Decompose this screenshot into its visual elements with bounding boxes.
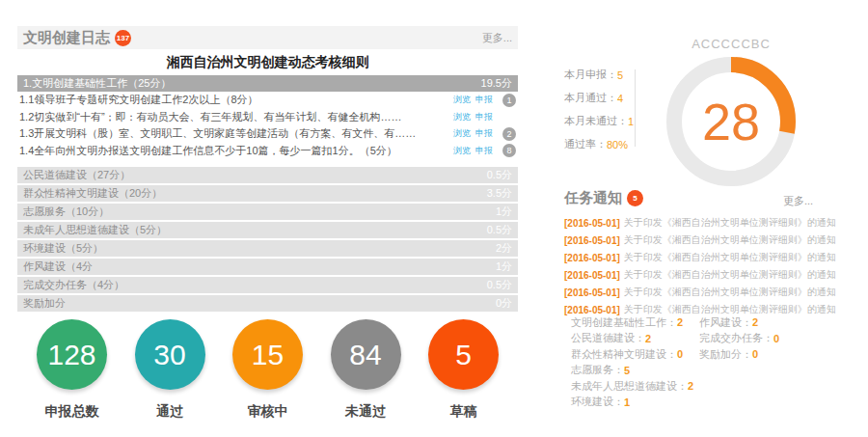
apply-link[interactable]: 申报 xyxy=(475,145,493,157)
sub-item-row: 1.1领导班子专题研究文明创建工作2次以上（8分） 浏览 申报 1 xyxy=(17,92,518,109)
status-not-passed: 84 未通过 xyxy=(322,319,409,421)
category-row-volunteer[interactable]: 志愿服务（10分） 1分 xyxy=(17,204,518,220)
notice-date: [2016-05-01] xyxy=(564,253,620,263)
notice-text: 关于印发《湘西自治州文明单位测评细则》的通知 xyxy=(624,286,836,299)
monthly-metrics: 本月申报： 5 本月通过： 4 本月未通过： 1 通过率： 80% xyxy=(564,68,634,151)
status-circle: 84 xyxy=(331,319,401,390)
sub-item-row: 1.2切实做到“十有”；即：有动员大会、有三年规划、有当年计划、有健全机构…… … xyxy=(17,109,518,126)
status-circle: 15 xyxy=(232,319,303,390)
category-row-work-style[interactable]: 作风建设（4分 1分 xyxy=(17,259,518,275)
category-label: 未成年人思想道德建设（5分） xyxy=(23,223,167,237)
main-category-score: 19.5分 xyxy=(481,76,512,91)
status-circle: 5 xyxy=(428,319,499,390)
sub-item-row: 1.3开展文明科（股）室、文明职工、文明家庭等创建活动（有方案、有文件、有…… … xyxy=(17,125,518,143)
category-label: 奖励加分 xyxy=(23,296,66,311)
notice-panel-header: 任务通知 5 xyxy=(564,189,643,207)
status-under-review: 15 审核中 xyxy=(225,319,312,421)
notice-date: [2016-05-01] xyxy=(564,305,620,315)
view-link[interactable]: 浏览 xyxy=(453,94,471,106)
apply-link[interactable]: 申报 xyxy=(475,94,493,106)
count-value: 2 xyxy=(752,316,758,328)
category-row-citizen-morality[interactable]: 公民道德建设（27分） 0.5分 xyxy=(17,167,518,183)
log-more-link[interactable]: 更多... xyxy=(482,31,512,45)
notice-panel-title: 任务通知 xyxy=(564,189,622,207)
category-label: 作风建设（4分 xyxy=(23,259,93,274)
log-panel-title: 文明创建日志 xyxy=(23,29,110,47)
notice-text: 关于印发《湘西自治州文明单位测评细则》的通知 xyxy=(624,268,836,282)
count-value: 1 xyxy=(624,396,630,408)
category-list: 公民道德建设（27分） 0.5分 群众性精神文明建设（20分） 3.5分 志愿服… xyxy=(17,167,518,312)
metric-value: 80% xyxy=(607,139,628,150)
apply-link[interactable]: 申报 xyxy=(475,127,493,140)
notice-item[interactable]: [2016-05-01] 关于印发《湘西自治州文明单位测评细则》的通知 xyxy=(564,268,836,282)
view-link[interactable]: 浏览 xyxy=(453,127,471,140)
count-value: 2 xyxy=(688,380,693,392)
status-circle: 128 xyxy=(37,319,107,390)
status-circle-label: 未通过 xyxy=(345,403,386,421)
category-row-bonus[interactable]: 奖励加分 0分 xyxy=(17,295,518,312)
notice-item[interactable]: [2016-05-01] 关于印发《湘西自治州文明单位测评细则》的通知 xyxy=(564,233,836,247)
category-score: 2分 xyxy=(496,241,512,256)
score-donut-chart: 28 xyxy=(665,56,797,187)
category-row-assigned-tasks[interactable]: 完成交办任务（4分） 0.5分 xyxy=(17,277,518,293)
status-passed: 30 通过 xyxy=(126,319,213,421)
apply-link[interactable]: 申报 xyxy=(475,111,493,123)
status-draft: 5 草稿 xyxy=(420,319,507,421)
log-count-badge: 137 xyxy=(115,30,131,46)
count-volunteer: 志愿服务： 5 xyxy=(571,363,693,379)
category-row-mass-spirit[interactable]: 群众性精神文明建设（20分） 3.5分 xyxy=(17,185,518,202)
category-label: 公民道德建设（27分） xyxy=(23,168,130,182)
count-label: 公民道德建设： xyxy=(571,331,645,345)
main-category-row[interactable]: 1.文明创建基础性工作（25分） 19.5分 xyxy=(17,75,518,92)
category-row-minors-morality[interactable]: 未成年人思想道德建设（5分） 0.5分 xyxy=(17,222,518,238)
status-circle-label: 审核中 xyxy=(248,403,288,421)
category-label: 环境建设（5分） xyxy=(23,241,103,256)
category-row-environment[interactable]: 环境建设（5分） 2分 xyxy=(17,240,518,257)
sub-item-count-badge: 1 xyxy=(502,94,516,107)
metric-label: 本月申报： xyxy=(564,68,617,82)
notice-more-link[interactable]: 更多... xyxy=(783,194,813,208)
status-circle-label: 申报总数 xyxy=(45,403,99,421)
sub-item-count-badge: 2 xyxy=(502,127,516,141)
view-link[interactable]: 浏览 xyxy=(453,111,471,123)
notice-item[interactable]: [2016-05-01] 关于印发《湘西自治州文明单位测评细则》的通知 xyxy=(564,251,836,264)
count-value: 2 xyxy=(645,333,651,344)
category-counts-column-2: 作风建设： 2 完成交办任务： 0 奖励加分： 0 xyxy=(699,314,779,363)
sub-item-label: 1.1领导班子专题研究文明创建工作2次以上（8分） xyxy=(19,93,258,107)
category-score: 0.5分 xyxy=(487,278,512,292)
count-label: 作风建设： xyxy=(699,315,752,330)
donut-center-value: 28 xyxy=(665,56,797,187)
category-score: 0.5分 xyxy=(487,168,512,182)
sub-item-count-badge: 8 xyxy=(502,144,516,157)
metrics-divider xyxy=(635,69,636,147)
notice-text: 关于印发《湘西自治州文明单位测评细则》的通知 xyxy=(624,216,836,230)
sub-item-label: 1.4全年向州文明办报送文明创建工作信息不少于10篇，每少一篇扣1分。（5分） xyxy=(19,144,397,158)
metric-monthly-passed: 本月通过： 4 xyxy=(564,91,634,105)
count-label: 志愿服务： xyxy=(571,363,624,377)
stats-panel-title: ACCCCCBC xyxy=(639,37,823,51)
notice-count-badge: 5 xyxy=(627,190,643,206)
notice-item[interactable]: [2016-05-01] 关于印发《湘西自治州文明单位测评细则》的通知 xyxy=(564,286,836,299)
category-score: 3.5分 xyxy=(487,186,512,201)
civilization-log-panel: 文明创建日志 137 更多... 湘西自治州文明创建动态考核细则 1.文明创建基… xyxy=(17,26,518,421)
count-bonus: 奖励加分： 0 xyxy=(699,346,779,363)
notice-item[interactable]: [2016-05-01] 关于印发《湘西自治州文明单位测评细则》的通知 xyxy=(564,216,836,230)
sub-item-label: 1.3开展文明科（股）室、文明职工、文明家庭等创建活动（有方案、有文件、有…… xyxy=(19,126,416,141)
metric-pass-rate: 通过率： 80% xyxy=(564,137,634,151)
count-minors-morality: 未成年人思想道德建设： 2 xyxy=(571,378,693,395)
status-circle: 30 xyxy=(135,319,205,390)
category-score: 1分 xyxy=(496,259,512,274)
category-label: 志愿服务（10分） xyxy=(23,205,109,219)
notice-date: [2016-05-01] xyxy=(564,235,620,246)
view-link[interactable]: 浏览 xyxy=(453,145,471,157)
status-circle-label: 通过 xyxy=(156,403,183,421)
category-label: 群众性精神文明建设（20分） xyxy=(23,186,162,201)
category-score: 0分 xyxy=(496,296,512,311)
log-panel-header: 文明创建日志 137 更多... xyxy=(17,26,518,49)
count-label: 完成交办任务： xyxy=(699,331,773,345)
category-counts-column-1: 文明创建基础性工作： 2 公民道德建设： 2 群众性精神文明建设： 0 志愿服务… xyxy=(571,314,693,410)
count-label: 环境建设： xyxy=(571,395,624,409)
status-circles-row: 128 申报总数 30 通过 15 审核中 84 未通过 5 草稿 xyxy=(17,319,518,421)
count-label: 群众性精神文明建设： xyxy=(571,347,677,362)
notice-date: [2016-05-01] xyxy=(564,270,620,281)
